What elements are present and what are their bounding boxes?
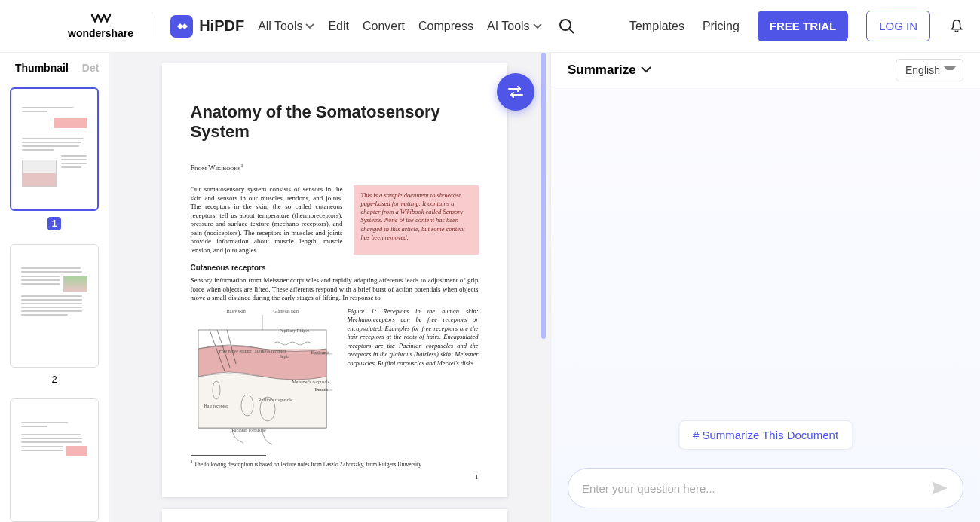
nav-compress[interactable]: Compress — [418, 20, 473, 33]
footnote-text: 1 The following description is based on … — [191, 459, 479, 468]
page-source: From Wikibooks — [191, 163, 241, 172]
workspace: Thumbnail Det — [0, 53, 980, 522]
page-num-2: 2 — [8, 374, 101, 385]
fig-label-merkels: Merkel's receptor — [255, 349, 286, 353]
fig-label-glabrous: Glabrous skin — [274, 309, 299, 313]
nav-convert[interactable]: Convert — [363, 20, 405, 33]
search-icon[interactable] — [559, 18, 575, 35]
page-thumbnail-1[interactable] — [10, 87, 99, 211]
fig-label-dermis: Dermis — [315, 387, 329, 392]
send-icon[interactable] — [929, 478, 949, 498]
nav-edit[interactable]: Edit — [328, 20, 349, 33]
subhead-cutaneous: Cutaneous receptors — [191, 264, 479, 272]
nav-all-tools-label: All Tools — [258, 20, 302, 33]
prompt-bar — [568, 468, 963, 508]
pdf-page-1: Anatomy of the Somatosensory System From… — [162, 63, 507, 497]
page-number: 1 — [475, 473, 479, 481]
page-title: Anatomy of the Somatosensory System — [191, 102, 479, 142]
ai-panel: Summarize English # Summarize This Docum… — [550, 53, 980, 522]
chevron-down-icon — [533, 23, 542, 29]
paragraph-2: Sensory information from Meissner corpus… — [191, 276, 479, 303]
chevron-down-icon — [641, 66, 651, 73]
nav-all-tools[interactable]: All Tools — [258, 20, 314, 33]
nav-pricing[interactable]: Pricing — [703, 20, 740, 33]
thumbnail-sidebar: Thumbnail Det — [0, 53, 109, 522]
fig-label-hairy: Hairy skin — [227, 309, 246, 313]
tab-thumbnail[interactable]: Thumbnail — [15, 62, 69, 74]
swap-panels-button[interactable] — [497, 73, 534, 111]
figure-caption: Figure 1: Receptors in the human skin: M… — [348, 307, 479, 447]
page-num-1-badge: 1 — [47, 217, 61, 230]
hipdf-brand[interactable]: HiPDF — [170, 15, 244, 38]
ai-mode-selector[interactable]: Summarize — [568, 63, 651, 78]
svg-point-0 — [560, 20, 571, 30]
fig-label-free-nerve: Free nerve ending — [219, 349, 252, 353]
prompt-input[interactable] — [582, 482, 929, 495]
footnote-divider — [191, 455, 266, 456]
ai-mode-label: Summarize — [568, 63, 636, 78]
fig-label-pacinian: Pacinian corpuscle — [232, 428, 266, 432]
header-right: Templates Pricing FREE TRIAL LOG IN — [629, 11, 965, 41]
tab-detail[interactable]: Det — [82, 62, 100, 74]
ai-panel-header: Summarize English — [551, 53, 980, 87]
viewer-scrollbar[interactable] — [541, 53, 546, 339]
header: wondershare HiPDF All Tools Edit Convert… — [0, 0, 980, 53]
log-in-button[interactable]: LOG IN — [866, 11, 930, 41]
wondershare-brand[interactable]: wondershare — [68, 14, 133, 39]
sidebar-tabs: Thumbnail Det — [8, 62, 101, 74]
callout-box: This is a sample document to showcase pa… — [354, 185, 479, 255]
free-trial-button[interactable]: FREE TRIAL — [758, 11, 848, 41]
divider — [152, 17, 152, 36]
fig-label-epidermis: Epidermis — [311, 350, 330, 355]
language-select[interactable]: English — [896, 59, 963, 81]
chevron-down-icon — [305, 23, 314, 29]
hipdf-logo-icon — [170, 15, 193, 38]
swap-arrows-icon — [507, 85, 525, 99]
nav-templates[interactable]: Templates — [629, 20, 684, 33]
nav-ai-tools-label: AI Tools — [487, 20, 530, 33]
nav-ai-tools[interactable]: AI Tools — [487, 20, 542, 33]
page-thumbnail-3[interactable] — [10, 398, 99, 522]
summarize-suggestion-button[interactable]: # Summarize This Document — [678, 420, 853, 450]
ai-chat-body: # Summarize This Document — [551, 87, 980, 522]
paragraph-1: Our somatosensory system consists of sen… — [191, 185, 343, 255]
notifications-icon[interactable] — [948, 18, 965, 35]
wondershare-logo-icon — [90, 14, 112, 26]
pdf-page-2-peek — [162, 509, 507, 522]
wondershare-label: wondershare — [68, 27, 133, 39]
page-thumbnail-2[interactable] — [10, 244, 99, 368]
hipdf-label: HiPDF — [199, 17, 244, 35]
fig-label-hair-rec: Hair receptor — [204, 404, 228, 408]
document-viewer: Anatomy of the Somatosensory System From… — [109, 53, 550, 522]
figure-skin-receptors: Hairy skin Glabrous skin Papillary Ridge… — [191, 307, 334, 447]
fig-label-ruffini: Ruffini's corpuscle — [259, 398, 292, 402]
fig-label-septa: Septa — [280, 354, 289, 359]
svg-line-1 — [569, 29, 574, 33]
fig-label-meissner: Meissner's corpuscle — [292, 380, 330, 384]
fig-label-papillary: Papillary Ridges — [280, 328, 310, 333]
